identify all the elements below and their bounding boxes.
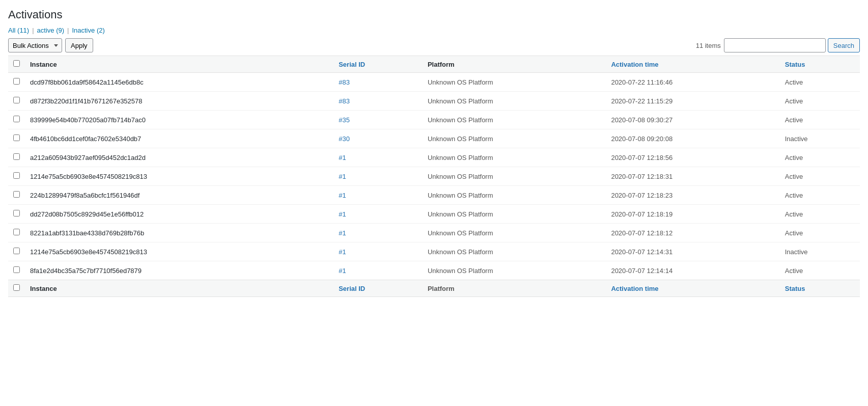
table-row: 839999e54b40b770205a07fb714b7ac0 #35 Unk… [8,111,860,129]
bulk-actions-select[interactable]: Bulk Actions Delete [8,38,62,52]
row-serial-2[interactable]: #35 [333,111,423,129]
row-checkbox-5[interactable] [8,167,25,186]
header-row: Instance Serial ID Platform Activation t… [8,56,860,73]
row-platform-0: Unknown OS Platform [423,73,606,92]
row-check-7[interactable] [13,210,20,216]
row-instance-2: 839999e54b40b770205a07fb714b7ac0 [25,111,333,129]
header-instance: Instance [25,56,333,73]
filter-all[interactable]: All (11) [8,26,29,34]
row-status-7: Active [780,205,860,224]
row-checkbox-0[interactable] [8,73,25,92]
header-platform: Platform [423,56,606,73]
row-status-1: Active [780,92,860,111]
row-activation-2: 2020-07-08 09:30:27 [606,111,779,129]
footer-activation[interactable]: Activation time [606,280,779,297]
row-serial-0[interactable]: #83 [333,73,423,92]
serial-link-8[interactable]: #1 [339,229,346,237]
row-checkbox-3[interactable] [8,129,25,148]
table-row: dd272d08b7505c8929d45e1e56ffb012 #1 Unkn… [8,205,860,224]
row-checkbox-7[interactable] [8,205,25,224]
row-status-4: Active [780,148,860,167]
row-instance-5: 1214e75a5cb6903e8e4574508219c813 [25,167,333,186]
row-serial-8[interactable]: #1 [333,224,423,242]
serial-link-7[interactable]: #1 [339,210,346,218]
row-serial-1[interactable]: #83 [333,92,423,111]
row-status-9: Inactive [780,242,860,261]
row-checkbox-9[interactable] [8,242,25,261]
row-checkbox-4[interactable] [8,148,25,167]
row-checkbox-6[interactable] [8,186,25,205]
serial-link-2[interactable]: #35 [339,116,350,124]
header-activation[interactable]: Activation time [606,56,779,73]
serial-link-9[interactable]: #1 [339,248,346,256]
select-all-footer-checkbox[interactable] [13,284,20,291]
apply-button[interactable]: Apply [65,38,93,52]
sep1: | [32,26,34,34]
row-activation-3: 2020-07-08 09:20:08 [606,129,779,148]
row-checkbox-2[interactable] [8,111,25,129]
row-checkbox-1[interactable] [8,92,25,111]
left-controls: Bulk Actions Delete Apply [8,38,93,52]
footer-status[interactable]: Status [780,280,860,297]
serial-link-6[interactable]: #1 [339,192,346,199]
footer-serial[interactable]: Serial ID [333,280,423,297]
row-activation-9: 2020-07-07 12:14:31 [606,242,779,261]
row-status-5: Active [780,167,860,186]
row-check-9[interactable] [13,248,20,254]
page-wrapper: Activations All (11) | active (9) | Inac… [0,0,868,406]
row-instance-0: dcd97f8bb061da9f58642a1145e6db8c [25,73,333,92]
row-serial-7[interactable]: #1 [333,205,423,224]
row-activation-7: 2020-07-07 12:18:19 [606,205,779,224]
items-count: 11 items [696,42,721,49]
row-check-8[interactable] [13,229,20,235]
footer-checkbox[interactable] [8,280,25,297]
table-row: 4fb4610bc6dd1cef0fac7602e5340db7 #30 Unk… [8,129,860,148]
serial-link-4[interactable]: #1 [339,154,346,161]
row-check-1[interactable] [13,97,20,103]
serial-link-5[interactable]: #1 [339,173,346,180]
row-platform-5: Unknown OS Platform [423,167,606,186]
row-check-10[interactable] [13,266,20,273]
header-serial[interactable]: Serial ID [333,56,423,73]
row-serial-10[interactable]: #1 [333,261,423,280]
row-activation-6: 2020-07-07 12:18:23 [606,186,779,205]
row-serial-3[interactable]: #30 [333,129,423,148]
serial-link-0[interactable]: #83 [339,78,350,86]
right-controls: 11 items Search [696,38,860,52]
row-instance-1: d872f3b220d1f1f41b7671267e352578 [25,92,333,111]
table-row: 224b12899479f8a5a6bcfc1f561946df #1 Unkn… [8,186,860,205]
select-all-checkbox[interactable] [13,60,20,67]
filter-active[interactable]: active (9) [37,26,64,34]
header-checkbox[interactable] [8,56,25,73]
row-serial-5[interactable]: #1 [333,167,423,186]
row-check-2[interactable] [13,116,20,122]
row-instance-9: 1214e75a5cb6903e8e4574508219c813 [25,242,333,261]
table-body: dcd97f8bb061da9f58642a1145e6db8c #83 Unk… [8,73,860,280]
table-row: 1214e75a5cb6903e8e4574508219c813 #1 Unkn… [8,242,860,261]
row-serial-6[interactable]: #1 [333,186,423,205]
row-serial-9[interactable]: #1 [333,242,423,261]
row-platform-4: Unknown OS Platform [423,148,606,167]
row-serial-4[interactable]: #1 [333,148,423,167]
header-status[interactable]: Status [780,56,860,73]
row-activation-8: 2020-07-07 12:18:12 [606,224,779,242]
row-status-6: Active [780,186,860,205]
row-check-4[interactable] [13,153,20,160]
row-activation-5: 2020-07-07 12:18:31 [606,167,779,186]
table-foot: Instance Serial ID Platform Activation t… [8,280,860,297]
serial-link-1[interactable]: #83 [339,97,350,105]
search-input[interactable] [724,38,826,52]
row-check-6[interactable] [13,191,20,198]
row-check-5[interactable] [13,172,20,179]
search-button[interactable]: Search [828,38,860,52]
table-row: 1214e75a5cb6903e8e4574508219c813 #1 Unkn… [8,167,860,186]
serial-link-3[interactable]: #30 [339,135,350,143]
row-checkbox-8[interactable] [8,224,25,242]
row-instance-7: dd272d08b7505c8929d45e1e56ffb012 [25,205,333,224]
filter-inactive[interactable]: Inactive (2) [72,26,104,34]
serial-link-10[interactable]: #1 [339,267,346,275]
row-platform-1: Unknown OS Platform [423,92,606,111]
row-check-3[interactable] [13,134,20,141]
row-check-0[interactable] [13,78,20,85]
row-checkbox-10[interactable] [8,261,25,280]
